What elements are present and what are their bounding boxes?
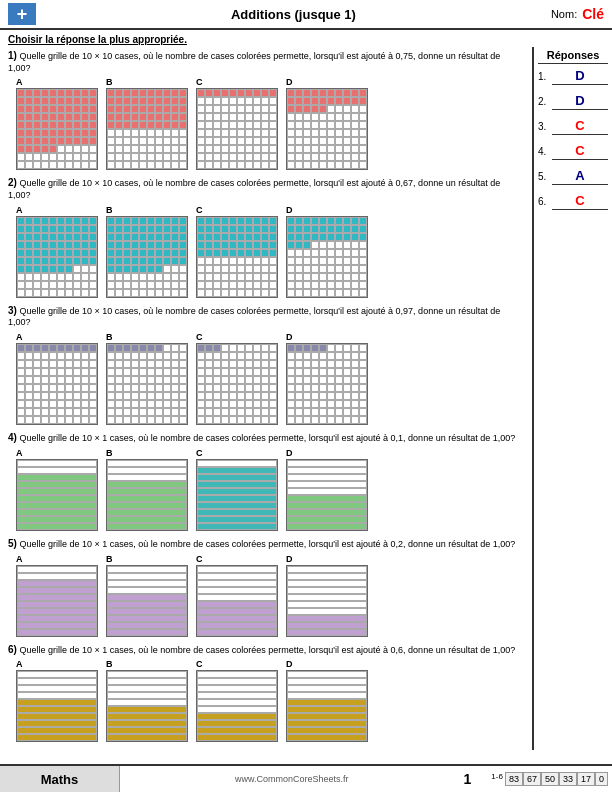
score-33: 33 xyxy=(559,772,577,786)
questions-area: 1) Quelle grille de 10 × 10 cases, où le… xyxy=(0,47,532,750)
question-1-grids: A B C D xyxy=(16,77,524,170)
question-5-grids: A B C D xyxy=(16,554,524,637)
footer-maths-label: Maths xyxy=(0,766,120,792)
grid-1a: A xyxy=(16,77,98,170)
instruction-text: Choisir la réponse la plus appropriée. xyxy=(0,30,612,47)
question-2: 2) Quelle grille de 10 × 10 cases, où le… xyxy=(8,176,524,297)
grid-3c: C xyxy=(196,332,278,425)
answer-num-1: 1. xyxy=(538,71,552,82)
answer-letter-1: D xyxy=(552,68,608,85)
answer-item-1: 1. D xyxy=(538,68,608,85)
grid-6d: D xyxy=(286,659,368,742)
grid-2d: D xyxy=(286,205,368,298)
logo-icon xyxy=(8,3,36,25)
answer-item-5: 5. A xyxy=(538,168,608,185)
grid-1d: D xyxy=(286,77,368,170)
answer-letter-5: A xyxy=(552,168,608,185)
header: Additions (jusque 1) Nom: Clé xyxy=(0,0,612,30)
answer-num-5: 5. xyxy=(538,171,552,182)
answer-letter-6: C xyxy=(552,193,608,210)
grid-6a: A xyxy=(16,659,98,742)
answer-letter-3: C xyxy=(552,118,608,135)
footer-page-num: 1 xyxy=(464,771,472,787)
answers-title: Réponses xyxy=(538,49,608,64)
question-5-text: 5) Quelle grille de 10 × 1 cases, où le … xyxy=(8,537,524,551)
question-6-grids: A B C D xyxy=(16,659,524,742)
score-range: 1-6 xyxy=(491,772,503,786)
footer-url: www.CommonCoreSheets.fr xyxy=(120,774,464,784)
answer-letter-4: C xyxy=(552,143,608,160)
question-6: 6) Quelle grille de 10 × 1 cases, où le … xyxy=(8,643,524,743)
question-4-grids: A B C D xyxy=(16,448,524,531)
grid-4b: B xyxy=(106,448,188,531)
grid-5d: D xyxy=(286,554,368,637)
footer: Maths www.CommonCoreSheets.fr 1 1-6 83 6… xyxy=(0,764,612,792)
grid-5b: B xyxy=(106,554,188,637)
page-title: Additions (jusque 1) xyxy=(36,7,551,22)
cle-label: Clé xyxy=(582,6,604,22)
question-4-text: 4) Quelle grille de 10 × 1 cases, où le … xyxy=(8,431,524,445)
answers-panel: Réponses 1. D 2. D 3. C 4. C 5. A 6. C xyxy=(532,47,612,750)
answer-item-3: 3. C xyxy=(538,118,608,135)
answer-num-3: 3. xyxy=(538,121,552,132)
grid-2b: B xyxy=(106,205,188,298)
answer-item-2: 2. D xyxy=(538,93,608,110)
grid-3d: D xyxy=(286,332,368,425)
nom-label: Nom: xyxy=(551,8,577,20)
grid-4d: D xyxy=(286,448,368,531)
answer-item-6: 6. C xyxy=(538,193,608,210)
question-2-text: 2) Quelle grille de 10 × 10 cases, où le… xyxy=(8,176,524,201)
grid-6c: C xyxy=(196,659,278,742)
question-3-grids: A B C D xyxy=(16,332,524,425)
answer-letter-2: D xyxy=(552,93,608,110)
question-3: 3) Quelle grille de 10 × 10 cases, où le… xyxy=(8,304,524,425)
grid-2c: C xyxy=(196,205,278,298)
grid-6b: B xyxy=(106,659,188,742)
question-5: 5) Quelle grille de 10 × 1 cases, où le … xyxy=(8,537,524,637)
grid-5a: A xyxy=(16,554,98,637)
score-17: 17 xyxy=(577,772,595,786)
main-content: 1) Quelle grille de 10 × 10 cases, où le… xyxy=(0,47,612,750)
grid-4c: C xyxy=(196,448,278,531)
question-6-text: 6) Quelle grille de 10 × 1 cases, où le … xyxy=(8,643,524,657)
answer-num-2: 2. xyxy=(538,96,552,107)
question-1: 1) Quelle grille de 10 × 10 cases, où le… xyxy=(8,49,524,170)
score-0: 0 xyxy=(595,772,608,786)
answer-num-4: 4. xyxy=(538,146,552,157)
grid-3b: B xyxy=(106,332,188,425)
grid-2a: A xyxy=(16,205,98,298)
grid-1b: B xyxy=(106,77,188,170)
question-2-grids: A B C D xyxy=(16,205,524,298)
score-50: 50 xyxy=(541,772,559,786)
footer-scores: 1-6 83 67 50 33 17 0 xyxy=(491,772,608,786)
question-1-text: 1) Quelle grille de 10 × 10 cases, où le… xyxy=(8,49,524,74)
answer-num-6: 6. xyxy=(538,196,552,207)
grid-1c: C xyxy=(196,77,278,170)
question-3-text: 3) Quelle grille de 10 × 10 cases, où le… xyxy=(8,304,524,329)
question-4: 4) Quelle grille de 10 × 1 cases, où le … xyxy=(8,431,524,531)
answer-item-4: 4. C xyxy=(538,143,608,160)
grid-4a: A xyxy=(16,448,98,531)
score-83: 83 xyxy=(505,772,523,786)
grid-3a: A xyxy=(16,332,98,425)
score-67: 67 xyxy=(523,772,541,786)
grid-5c: C xyxy=(196,554,278,637)
